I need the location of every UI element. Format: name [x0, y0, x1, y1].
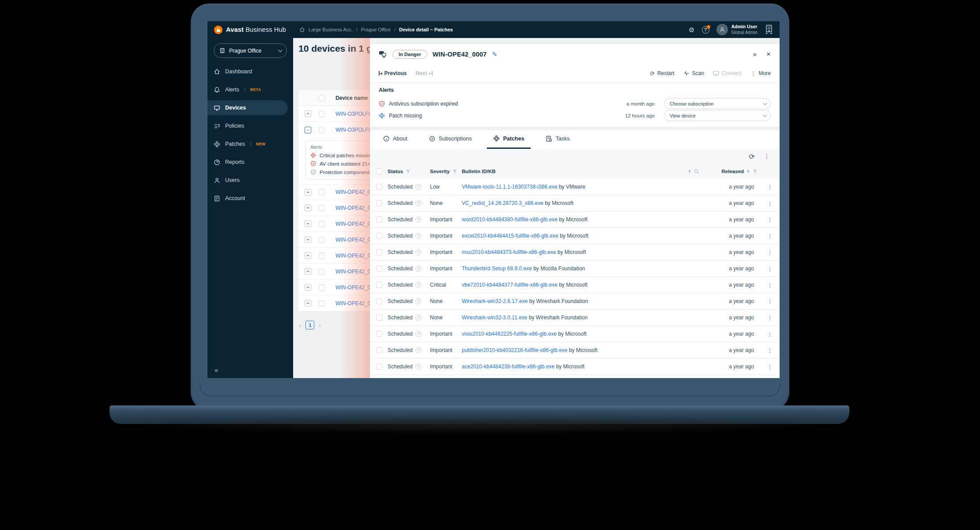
- patch-row[interactable]: Scheduled? Important visio2010-kb4462225…: [370, 326, 780, 342]
- row-checkbox[interactable]: [319, 253, 325, 259]
- refresh-button[interactable]: ⟳: [749, 152, 755, 161]
- select-all-checkbox[interactable]: [376, 168, 382, 174]
- patch-row[interactable]: Scheduled? None Wireshark-win32-2.6.17.e…: [370, 293, 780, 310]
- expand-row-button[interactable]: +: [305, 204, 311, 211]
- row-checkbox[interactable]: [376, 298, 382, 304]
- settings-gear-icon[interactable]: ⚙: [689, 26, 694, 33]
- row-checkbox[interactable]: [319, 205, 325, 211]
- column-bulletin[interactable]: Bulletin ID/KB: [462, 169, 496, 174]
- row-menu-button[interactable]: ⋮: [760, 298, 780, 305]
- row-menu-button[interactable]: ⋮: [760, 216, 780, 223]
- patch-row[interactable]: Scheduled? Critical vbe72010-kb4484377-f…: [370, 277, 780, 293]
- tab-tasks[interactable]: Tasks: [539, 136, 576, 149]
- patch-row[interactable]: Scheduled? None VC_redist_14.26.28720.3_…: [370, 195, 780, 212]
- sort-icon[interactable]: ▲▼: [688, 170, 691, 174]
- scan-button[interactable]: Scan: [683, 70, 704, 76]
- row-checkbox[interactable]: [376, 314, 382, 321]
- patch-row[interactable]: Scheduled? Important Thunderbird Setup 6…: [370, 261, 780, 277]
- expand-row-button[interactable]: +: [305, 110, 311, 117]
- status-help-icon[interactable]: ?: [415, 184, 422, 190]
- patch-row[interactable]: Scheduled? Low VMware-tools-11.1.1-16303…: [370, 179, 780, 195]
- more-button[interactable]: ⋮ More: [750, 70, 771, 77]
- edit-name-icon[interactable]: ✎: [492, 51, 498, 58]
- filter-icon[interactable]: [452, 169, 457, 174]
- row-checkbox[interactable]: [319, 237, 325, 243]
- bulletin-link[interactable]: Wireshark-win32-2.6.17.exe: [462, 298, 528, 304]
- org-selector[interactable]: Prague Office: [214, 43, 287, 58]
- bulletin-link[interactable]: Wireshark-win32-3.0.11.exe: [462, 314, 528, 321]
- expand-row-button[interactable]: +: [305, 252, 311, 259]
- status-help-icon[interactable]: ?: [415, 347, 422, 353]
- row-checkbox[interactable]: [319, 189, 325, 195]
- status-help-icon[interactable]: ?: [415, 314, 422, 321]
- bulletin-link[interactable]: VMware-tools-11.1.1-16303738-i386.exe: [462, 184, 558, 190]
- row-checkbox[interactable]: [319, 111, 325, 117]
- row-checkbox[interactable]: [319, 284, 325, 291]
- breadcrumb-item[interactable]: Large Business Acc.: [309, 27, 353, 32]
- patch-row[interactable]: Scheduled? Important publisher2010-kb403…: [370, 342, 780, 359]
- close-panel-button[interactable]: ×: [766, 50, 771, 59]
- restart-button[interactable]: ⟳ Restart: [650, 70, 675, 77]
- patch-row[interactable]: Scheduled? Important access2010-kb446452…: [370, 375, 780, 378]
- status-help-icon[interactable]: ?: [415, 363, 422, 370]
- row-checkbox[interactable]: [319, 127, 325, 133]
- row-checkbox[interactable]: [376, 216, 382, 223]
- bulletin-link[interactable]: VC_redist_14.26.28720.3_x86.exe: [462, 200, 543, 206]
- sidebar-item-devices[interactable]: Devices: [207, 100, 288, 115]
- sidebar-item-reports[interactable]: Reports: [207, 155, 288, 170]
- expand-row-button[interactable]: +: [305, 268, 311, 275]
- status-help-icon[interactable]: ?: [415, 331, 422, 337]
- filter-icon[interactable]: [753, 169, 758, 174]
- tab-subscriptions[interactable]: Subscriptions: [422, 136, 478, 149]
- row-checkbox[interactable]: [376, 347, 382, 353]
- patch-row[interactable]: Scheduled? Important ace2010-kb4484238-f…: [370, 359, 780, 375]
- patch-row[interactable]: Scheduled? Important excel2010-kb4484415…: [370, 228, 780, 244]
- bulletin-link[interactable]: mso2010-kb4484373-fullfile-x86-glb.exe: [462, 249, 556, 255]
- help-icon[interactable]: ?: [702, 26, 709, 34]
- filter-icon[interactable]: [406, 169, 411, 174]
- avast-logo[interactable]: Avast Business Hub: [214, 25, 286, 34]
- status-help-icon[interactable]: ?: [415, 265, 422, 272]
- view-device-select[interactable]: View device: [664, 110, 771, 121]
- status-help-icon[interactable]: ?: [415, 298, 422, 304]
- patch-row[interactable]: Scheduled? Important mso2010-kb4484373-f…: [370, 244, 780, 261]
- sidebar-collapse-button[interactable]: «: [215, 366, 218, 374]
- select-all-checkbox[interactable]: [319, 95, 325, 101]
- next-page-button[interactable]: ›: [319, 322, 320, 329]
- row-menu-button[interactable]: ⋮: [760, 363, 780, 370]
- sidebar-item-dashboard[interactable]: Dashboard: [207, 64, 288, 79]
- sidebar-item-users[interactable]: Users: [207, 173, 288, 188]
- row-checkbox[interactable]: [376, 249, 382, 255]
- breadcrumb-item[interactable]: Prague Office: [361, 27, 391, 32]
- user-menu[interactable]: Admin User Global Admin: [716, 24, 758, 35]
- expand-row-button[interactable]: +: [305, 300, 311, 307]
- row-menu-button[interactable]: ⋮: [760, 200, 780, 207]
- prev-page-button[interactable]: ‹: [299, 322, 301, 329]
- row-menu-button[interactable]: ⋮: [760, 233, 780, 239]
- sidebar-item-patches[interactable]: Patches | NEW: [207, 136, 288, 151]
- status-help-icon[interactable]: ?: [415, 216, 422, 223]
- status-help-icon[interactable]: ?: [415, 282, 422, 288]
- patch-row[interactable]: Scheduled? None Wireshark-win32-3.0.11.e…: [370, 310, 780, 326]
- row-menu-button[interactable]: ⋮: [760, 314, 780, 321]
- row-checkbox[interactable]: [376, 331, 382, 337]
- tab-about[interactable]: About: [377, 136, 414, 149]
- row-checkbox[interactable]: [376, 363, 382, 370]
- status-help-icon[interactable]: ?: [415, 200, 422, 206]
- sidebar-item-account[interactable]: Account: [207, 191, 288, 206]
- connect-button[interactable]: Connect: [713, 70, 742, 76]
- expand-row-button[interactable]: +: [305, 189, 311, 196]
- table-menu-button[interactable]: ⋮: [764, 153, 770, 160]
- status-help-icon[interactable]: ?: [415, 233, 422, 239]
- row-checkbox[interactable]: [376, 184, 382, 190]
- row-menu-button[interactable]: ⋮: [760, 331, 780, 337]
- bulletin-link[interactable]: excel2010-kb4484415-fullfile-x86-glb.exe: [462, 233, 558, 239]
- expand-row-button[interactable]: +: [305, 220, 311, 227]
- row-checkbox[interactable]: [376, 265, 382, 272]
- page-number-button[interactable]: 1: [305, 321, 314, 329]
- bulletin-link[interactable]: word2010-kb4484380-fullfile-x86-glb.exe: [462, 216, 558, 223]
- company-switcher-icon[interactable]: [765, 25, 773, 34]
- row-menu-button[interactable]: ⋮: [760, 249, 780, 256]
- row-menu-button[interactable]: ⋮: [760, 265, 780, 272]
- row-checkbox[interactable]: [319, 221, 325, 227]
